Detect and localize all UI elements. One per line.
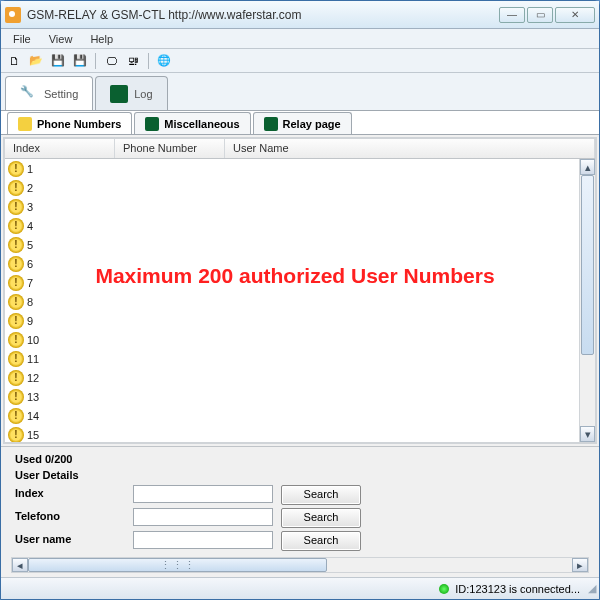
col-user[interactable]: User Name <box>225 139 595 158</box>
minimize-button[interactable]: — <box>499 7 525 23</box>
subtab-relay[interactable]: Relay page <box>253 112 352 134</box>
titlebar[interactable]: GSM-RELAY & GSM-CTL http://www.waferstar… <box>1 1 599 29</box>
scroll-down-icon[interactable]: ▾ <box>580 426 595 442</box>
menu-file[interactable]: File <box>5 31 39 47</box>
toolbar: 🗋 📂 💾 💾 🖵 🖳 🌐 <box>1 49 599 73</box>
telefono-input[interactable] <box>133 508 273 526</box>
username-input[interactable] <box>133 531 273 549</box>
col-phone[interactable]: Phone Number <box>115 139 225 158</box>
open-icon[interactable]: 📂 <box>27 52 45 70</box>
warning-icon <box>8 161 24 177</box>
main-tabs: 🔧 Setting Log <box>1 73 599 111</box>
table-row[interactable]: 12 <box>5 368 595 387</box>
tab-setting[interactable]: 🔧 Setting <box>5 76 93 110</box>
table-row[interactable]: 9 <box>5 311 595 330</box>
index-label: Index <box>15 485 125 505</box>
maximize-button[interactable]: ▭ <box>527 7 553 23</box>
telefono-label: Telefono <box>15 508 125 528</box>
warning-icon <box>8 351 24 367</box>
subtab-misc[interactable]: Miscellaneous <box>134 112 250 134</box>
overlay-text: Maximum 200 authorized User Numbers <box>5 264 585 288</box>
hscroll-thumb[interactable]: ⋮⋮⋮ <box>28 558 327 572</box>
menubar: File View Help <box>1 29 599 49</box>
warning-icon <box>8 370 24 386</box>
sub-tabs: Phone Numbers Miscellaneous Relay page <box>1 111 599 135</box>
list-header: Index Phone Number User Name <box>5 139 595 159</box>
subtab-phone[interactable]: Phone Numbers <box>7 112 132 134</box>
menu-help[interactable]: Help <box>82 31 121 47</box>
warning-icon <box>8 408 24 424</box>
subtab-relay-label: Relay page <box>283 118 341 130</box>
row-index: 5 <box>27 239 47 251</box>
tab-log[interactable]: Log <box>95 76 167 110</box>
row-index: 3 <box>27 201 47 213</box>
footer-panel: Used 0/200 User Details Index Search Tel… <box>1 446 599 577</box>
table-row[interactable]: 3 <box>5 197 595 216</box>
device-icon[interactable]: 🖵 <box>102 52 120 70</box>
warning-icon <box>8 218 24 234</box>
web-icon[interactable]: 🌐 <box>155 52 173 70</box>
col-index[interactable]: Index <box>5 139 115 158</box>
subtab-misc-label: Miscellaneous <box>164 118 239 130</box>
hscroll-left-icon[interactable]: ◂ <box>12 558 28 572</box>
statusbar: ID:123123 is connected... ◢ <box>1 577 599 599</box>
connect-icon[interactable]: 🖳 <box>124 52 142 70</box>
subtab-phone-label: Phone Numbers <box>37 118 121 130</box>
warning-icon <box>8 427 24 443</box>
index-input[interactable] <box>133 485 273 503</box>
scroll-up-icon[interactable]: ▴ <box>580 159 595 175</box>
status-text: ID:123123 is connected... <box>455 583 580 595</box>
list-body: 12345678910111213141516Maximum 200 autho… <box>5 159 595 442</box>
table-row[interactable]: 8 <box>5 292 595 311</box>
app-window: GSM-RELAY & GSM-CTL http://www.waferstar… <box>0 0 600 600</box>
relay-icon <box>264 117 278 131</box>
table-row[interactable]: 14 <box>5 406 595 425</box>
table-row[interactable]: 5 <box>5 235 595 254</box>
warning-icon <box>8 180 24 196</box>
warning-icon <box>8 237 24 253</box>
warning-icon <box>8 199 24 215</box>
username-label: User name <box>15 531 125 551</box>
search-index-button[interactable]: Search <box>281 485 361 505</box>
row-index: 12 <box>27 372 47 384</box>
row-index: 1 <box>27 163 47 175</box>
table-row[interactable]: 11 <box>5 349 595 368</box>
status-led-icon <box>439 584 449 594</box>
table-row[interactable]: 4 <box>5 216 595 235</box>
search-username-button[interactable]: Search <box>281 531 361 551</box>
menu-view[interactable]: View <box>41 31 81 47</box>
saveall-icon[interactable]: 💾 <box>71 52 89 70</box>
scroll-thumb[interactable] <box>581 175 594 355</box>
hscroll-right-icon[interactable]: ▸ <box>572 558 588 572</box>
table-row[interactable]: 2 <box>5 178 595 197</box>
table-row[interactable]: 13 <box>5 387 595 406</box>
table-row[interactable]: 1 <box>5 159 595 178</box>
table-row[interactable]: 10 <box>5 330 595 349</box>
new-icon[interactable]: 🗋 <box>5 52 23 70</box>
row-index: 9 <box>27 315 47 327</box>
row-index: 13 <box>27 391 47 403</box>
tab-setting-label: Setting <box>44 88 78 100</box>
horizontal-scrollbar[interactable]: ◂ ⋮⋮⋮ ▸ <box>11 557 589 573</box>
row-index: 14 <box>27 410 47 422</box>
wrench-icon: 🔧 <box>20 85 38 103</box>
row-index: 15 <box>27 429 47 441</box>
app-icon <box>5 7 21 23</box>
content-area: Index Phone Number User Name 12345678910… <box>3 137 597 444</box>
tab-log-label: Log <box>134 88 152 100</box>
phone-icon <box>18 117 32 131</box>
search-telefono-button[interactable]: Search <box>281 508 361 528</box>
row-index: 8 <box>27 296 47 308</box>
misc-icon <box>145 117 159 131</box>
size-grip-icon[interactable]: ◢ <box>588 582 593 595</box>
table-row[interactable]: 15 <box>5 425 595 442</box>
save-icon[interactable]: 💾 <box>49 52 67 70</box>
window-title: GSM-RELAY & GSM-CTL http://www.waferstar… <box>27 8 499 22</box>
row-index: 11 <box>27 353 47 365</box>
warning-icon <box>8 389 24 405</box>
user-details-label: User Details <box>15 469 591 481</box>
warning-icon <box>8 332 24 348</box>
close-button[interactable]: ✕ <box>555 7 595 23</box>
oscilloscope-icon <box>110 85 128 103</box>
vertical-scrollbar[interactable]: ▴ ▾ <box>579 159 595 442</box>
